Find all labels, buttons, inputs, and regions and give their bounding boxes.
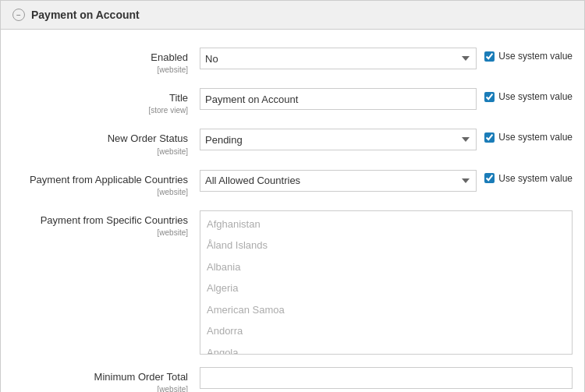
collapse-icon[interactable]: − (12, 9, 25, 21)
title-row: Title [store view] Use system value (1, 82, 584, 122)
payment-applicable-system-value-label[interactable]: Use system value (484, 170, 573, 184)
list-item[interactable]: Angola (200, 342, 572, 355)
new-order-status-row: New Order Status [website] Pending Proce… (1, 122, 584, 163)
section-title: Payment on Account (31, 9, 140, 21)
new-order-status-system-value-checkbox[interactable] (484, 132, 495, 143)
minimum-order-total-control-wrap (200, 367, 573, 389)
countries-listbox[interactable]: Afghanistan Åland Islands Albania Algeri… (200, 210, 573, 355)
title-system-value-checkbox[interactable] (484, 92, 495, 102)
form-body: Enabled [website] No Yes Use system valu… (1, 30, 584, 392)
new-order-status-system-value-label[interactable]: Use system value (484, 129, 573, 143)
payment-applicable-control-wrap: All Allowed Countries Specific Countries… (200, 170, 573, 192)
page-wrapper: − Payment on Account Enabled [website] N… (0, 0, 585, 392)
enabled-system-value-label[interactable]: Use system value (484, 48, 573, 62)
title-input[interactable] (200, 88, 477, 110)
section-header: − Payment on Account (1, 1, 584, 30)
enabled-row: Enabled [website] No Yes Use system valu… (1, 41, 584, 82)
list-item[interactable]: American Samoa (200, 299, 572, 321)
list-item[interactable]: Algeria (200, 277, 572, 299)
minimum-order-total-row: Minimum Order Total [website] (1, 361, 584, 392)
payment-specific-control-wrap: Afghanistan Åland Islands Albania Algeri… (200, 210, 573, 355)
title-label: Title [store view] (12, 88, 200, 116)
payment-applicable-label: Payment from Applicable Countries [websi… (12, 170, 200, 198)
payment-specific-label: Payment from Specific Countries [website… (12, 210, 200, 238)
enabled-select[interactable]: No Yes (200, 48, 477, 69)
minimum-order-total-input[interactable] (200, 367, 573, 389)
title-system-value-label[interactable]: Use system value (484, 88, 573, 102)
payment-specific-row: Payment from Specific Countries [website… (1, 204, 584, 361)
list-item[interactable]: Albania (200, 256, 572, 278)
new-order-status-control-wrap: Pending Processing Use system value (200, 129, 573, 150)
minimum-order-total-label: Minimum Order Total [website] (12, 367, 200, 392)
enabled-control-wrap: No Yes Use system value (200, 48, 573, 69)
list-item[interactable]: Andorra (200, 320, 572, 342)
payment-applicable-system-value-checkbox[interactable] (484, 173, 495, 183)
new-order-status-select[interactable]: Pending Processing (200, 129, 477, 150)
enabled-system-value-checkbox[interactable] (484, 51, 495, 62)
title-control-wrap: Use system value (200, 88, 573, 110)
payment-applicable-select[interactable]: All Allowed Countries Specific Countries (200, 170, 477, 192)
list-item[interactable]: Afghanistan (200, 214, 572, 235)
new-order-status-label: New Order Status [website] (12, 129, 200, 157)
list-item[interactable]: Åland Islands (200, 235, 572, 256)
payment-applicable-row: Payment from Applicable Countries [websi… (1, 164, 584, 204)
enabled-label: Enabled [website] (12, 48, 200, 76)
